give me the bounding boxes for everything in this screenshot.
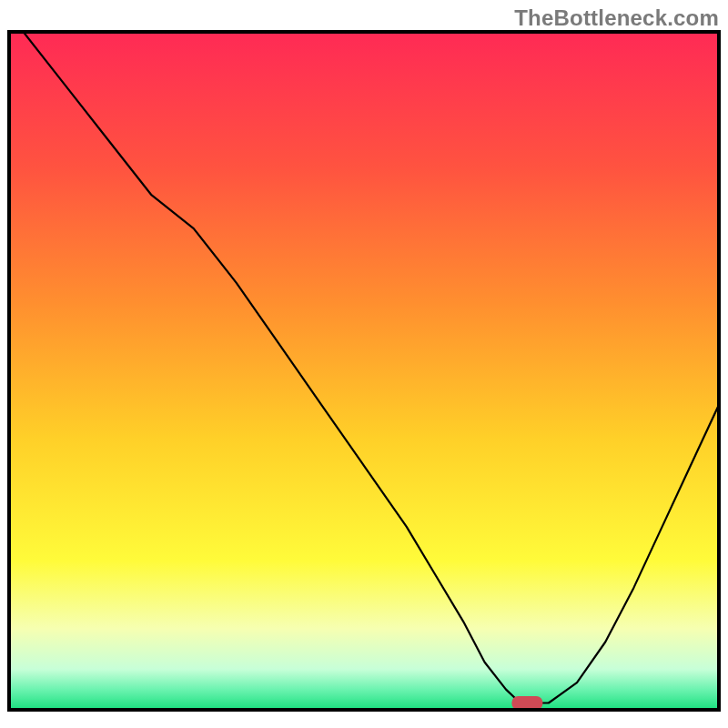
watermark-label: TheBottleneck.com [514, 5, 719, 31]
chart-canvas: TheBottleneck.com [0, 0, 728, 728]
plot-svg [0, 0, 728, 728]
gradient-background [9, 32, 719, 710]
optimal-point-marker [511, 696, 542, 710]
